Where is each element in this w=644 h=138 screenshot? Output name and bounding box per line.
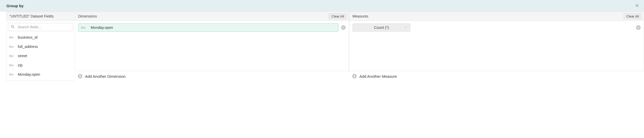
add-measure-button[interactable]: Add Another Measure bbox=[352, 74, 397, 79]
field-item[interactable]: Abc zip bbox=[8, 61, 73, 69]
plus-icon bbox=[78, 74, 82, 79]
field-label: zip bbox=[18, 63, 23, 67]
fields-panel-footer bbox=[6, 81, 75, 91]
type-badge-abc: Abc bbox=[81, 26, 88, 29]
type-badge-abc: Abc bbox=[9, 36, 16, 39]
measure-select[interactable]: Count (*) bbox=[352, 23, 410, 32]
search-input[interactable] bbox=[8, 23, 73, 31]
dimensions-panel-footer: Add Another Dimension bbox=[75, 71, 349, 81]
minus-icon bbox=[342, 27, 344, 28]
measures-panel-footer: Add Another Measure bbox=[349, 71, 644, 81]
clear-all-dimensions-button[interactable]: Clear All bbox=[329, 13, 347, 19]
clear-all-measures-button[interactable]: Clear All bbox=[624, 13, 642, 19]
add-measure-label: Add Another Measure bbox=[359, 74, 397, 79]
fields-panel-body: Abc business_id Abc full_address Abc str… bbox=[6, 21, 75, 81]
dimensions-panel-title: Dimensions bbox=[78, 14, 329, 18]
type-badge-abc: Abc bbox=[9, 54, 16, 57]
fields-panel: “UNTITLED” Dataset Fields Abc business_i… bbox=[0, 12, 75, 91]
field-item[interactable]: Abc business_id bbox=[8, 33, 73, 41]
measure-row: Count (*) bbox=[352, 23, 641, 32]
search-icon bbox=[11, 25, 15, 30]
dimension-row: Abc Monday.open bbox=[78, 23, 346, 32]
remove-measure-button[interactable] bbox=[636, 25, 641, 30]
plus-icon bbox=[352, 74, 357, 79]
dimensions-panel: Dimensions Clear All Abc Monday.open Add… bbox=[75, 12, 349, 91]
dimension-pill[interactable]: Abc Monday.open bbox=[78, 23, 338, 32]
fields-panel-header: “UNTITLED” Dataset Fields bbox=[6, 12, 75, 21]
close-icon bbox=[635, 3, 639, 8]
field-label: Monday.open bbox=[18, 72, 40, 76]
field-label: full_address bbox=[18, 45, 38, 49]
field-item[interactable]: Abc full_address bbox=[8, 42, 73, 51]
field-label: business_id bbox=[18, 35, 38, 39]
field-label: street bbox=[18, 54, 27, 58]
dialog-header: Group by bbox=[0, 0, 644, 12]
measures-panel: Measures Clear All Count (*) Add An bbox=[349, 12, 644, 91]
measures-panel-body: Count (*) bbox=[349, 21, 644, 71]
dialog-title: Group by bbox=[6, 4, 24, 8]
measures-panel-header: Measures Clear All bbox=[349, 12, 644, 21]
measure-label: Count (*) bbox=[374, 25, 389, 30]
type-badge-abc: Abc bbox=[9, 73, 16, 76]
remove-dimension-button[interactable] bbox=[341, 25, 346, 30]
dimension-label: Monday.open bbox=[91, 25, 113, 30]
dimensions-panel-header: Dimensions Clear All bbox=[75, 12, 349, 21]
search-field-wrap bbox=[8, 23, 73, 31]
close-button[interactable] bbox=[635, 3, 639, 8]
minus-icon bbox=[637, 27, 639, 28]
measures-panel-title: Measures bbox=[352, 14, 623, 18]
type-badge-abc: Abc bbox=[9, 45, 16, 48]
fields-panel-title: “UNTITLED” Dataset Fields bbox=[10, 14, 73, 18]
type-badge-abc: Abc bbox=[9, 64, 16, 67]
svg-point-0 bbox=[11, 25, 13, 27]
add-dimension-button[interactable]: Add Another Dimension bbox=[78, 74, 126, 79]
panels-row: “UNTITLED” Dataset Fields Abc business_i… bbox=[0, 12, 644, 91]
field-item[interactable]: Abc Monday.open bbox=[8, 70, 73, 79]
field-item[interactable]: Abc street bbox=[8, 52, 73, 60]
add-dimension-label: Add Another Dimension bbox=[85, 74, 126, 79]
chevron-down-icon bbox=[404, 25, 408, 30]
dimensions-panel-body: Abc Monday.open bbox=[75, 21, 349, 71]
